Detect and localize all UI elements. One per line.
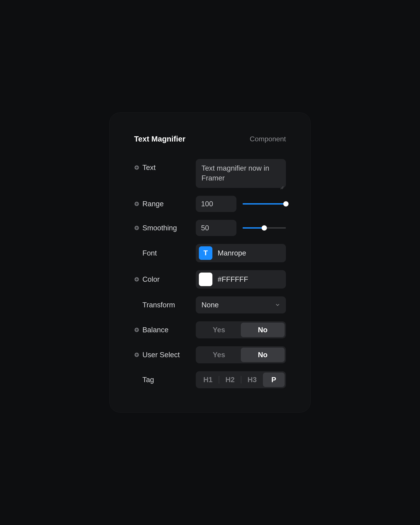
label-col-transform: Transform <box>134 301 196 309</box>
row-smoothing: Smoothing 50 <box>134 220 286 236</box>
tag-p-button[interactable]: P <box>263 373 285 387</box>
tag-segmented: H1H2H3P <box>196 371 286 388</box>
slider-thumb[interactable] <box>283 201 289 206</box>
color-picker[interactable]: #FFFFFF <box>196 270 286 289</box>
slider-thumb[interactable] <box>262 225 267 231</box>
control-col-balance: Yes No <box>196 321 286 338</box>
smoothing-slider[interactable] <box>243 225 286 231</box>
row-tag: Tag H1H2H3P <box>134 371 286 388</box>
icon-spacer <box>134 377 139 382</box>
tag-h3-button[interactable]: H3 <box>241 373 263 387</box>
user-select-yes-button[interactable]: Yes <box>197 347 241 362</box>
transform-select[interactable]: None <box>196 296 286 313</box>
label-col-range: Range <box>134 200 196 208</box>
label-col-user-select: User Select <box>134 351 196 359</box>
smoothing-input-value: 50 <box>201 224 209 232</box>
tag-h2-button[interactable]: H2 <box>219 373 241 387</box>
control-col-font: T Manrope <box>196 244 286 262</box>
icon-spacer <box>134 251 139 256</box>
control-col-transform: None <box>196 296 286 313</box>
text-input[interactable]: Text magnifier now in Framer <box>196 159 286 188</box>
range-input[interactable]: 100 <box>196 196 236 212</box>
font-icon-letter: T <box>204 249 208 257</box>
control-col-range: 100 <box>196 196 286 212</box>
slider-fill <box>243 227 264 229</box>
label-col-color: Color <box>134 275 196 283</box>
user-select-no-button[interactable]: No <box>241 347 285 362</box>
plus-circle-icon[interactable] <box>134 165 139 170</box>
tag-label: Tag <box>142 375 154 384</box>
range-input-value: 100 <box>201 200 213 208</box>
color-swatch[interactable] <box>199 272 212 286</box>
color-label: Color <box>142 275 160 283</box>
transform-value: None <box>201 301 219 309</box>
text-icon: T <box>199 246 212 260</box>
label-col-tag: Tag <box>134 375 196 384</box>
row-balance: Balance Yes No <box>134 321 286 338</box>
panel-header: Text Magnifier Component <box>134 134 286 143</box>
icon-spacer <box>134 302 139 308</box>
properties-panel: Text Magnifier Component Text Text magni… <box>109 112 311 412</box>
control-col-tag: H1H2H3P <box>196 371 286 388</box>
label-col-font: Font <box>134 249 196 257</box>
font-label: Font <box>142 249 157 257</box>
label-col-balance: Balance <box>134 326 196 334</box>
row-transform: Transform None <box>134 296 286 313</box>
panel-title: Text Magnifier <box>134 134 186 143</box>
transform-label: Transform <box>142 301 175 309</box>
range-slider[interactable] <box>243 201 286 206</box>
row-user-select: User Select Yes No <box>134 346 286 363</box>
plus-circle-icon[interactable] <box>134 277 139 282</box>
plus-circle-icon[interactable] <box>134 225 139 231</box>
user-select-label: User Select <box>142 351 180 359</box>
row-color: Color #FFFFFF <box>134 270 286 289</box>
balance-segmented: Yes No <box>196 321 286 338</box>
smoothing-input[interactable]: 50 <box>196 220 236 236</box>
plus-circle-icon[interactable] <box>134 201 139 206</box>
text-input-value: Text magnifier now in Framer <box>201 164 269 182</box>
smoothing-label: Smoothing <box>142 224 177 232</box>
control-col-smoothing: 50 <box>196 220 286 236</box>
balance-no-button[interactable]: No <box>241 323 285 337</box>
panel-type-label: Component <box>250 135 286 143</box>
color-value: #FFFFFF <box>218 275 248 283</box>
font-picker[interactable]: T Manrope <box>196 244 286 262</box>
row-range: Range 100 <box>134 196 286 212</box>
plus-circle-icon[interactable] <box>134 327 139 332</box>
range-label: Range <box>142 200 164 208</box>
tag-h1-button[interactable]: H1 <box>197 373 219 387</box>
balance-yes-button[interactable]: Yes <box>197 323 241 337</box>
slider-fill <box>243 203 286 205</box>
chevron-down-icon <box>275 302 280 308</box>
row-text: Text Text magnifier now in Framer <box>134 159 286 188</box>
resize-handle-icon[interactable] <box>280 182 284 186</box>
user-select-segmented: Yes No <box>196 346 286 363</box>
label-col-text: Text <box>134 159 196 172</box>
text-label: Text <box>142 163 156 172</box>
font-name: Manrope <box>218 249 246 257</box>
control-col-user-select: Yes No <box>196 346 286 363</box>
row-font: Font T Manrope <box>134 244 286 262</box>
label-col-smoothing: Smoothing <box>134 224 196 232</box>
control-col-text: Text magnifier now in Framer <box>196 159 286 188</box>
plus-circle-icon[interactable] <box>134 352 139 357</box>
control-col-color: #FFFFFF <box>196 270 286 289</box>
balance-label: Balance <box>142 326 168 334</box>
